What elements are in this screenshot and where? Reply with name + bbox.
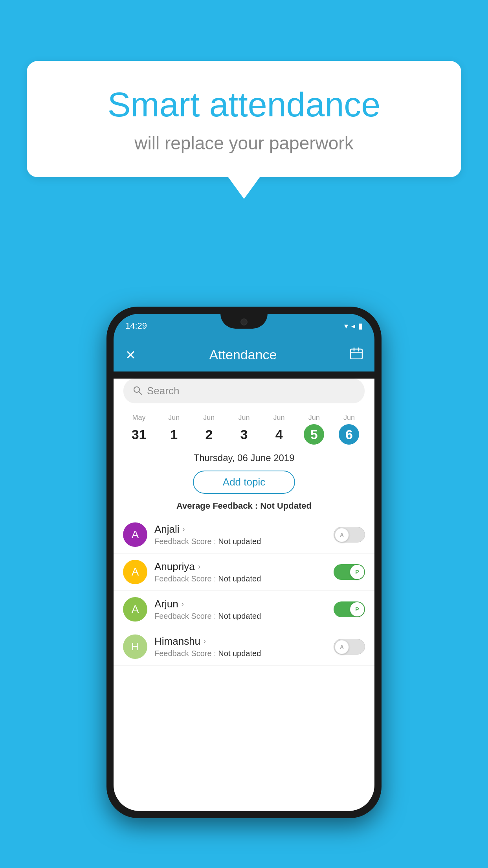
chevron-right-icon: ›	[183, 525, 185, 533]
app-content: Search May31Jun1Jun2Jun3Jun4Jun5Jun6 Thu…	[114, 379, 374, 811]
phone-inner: 14:29 ▾ ◂ ▮ ✕ Attendance	[114, 314, 374, 811]
day-number[interactable]: 1	[164, 424, 184, 445]
student-feedback-score: Feedback Score : Not updated	[154, 649, 327, 658]
selected-date: Thursday, 06 June 2019	[114, 448, 374, 467]
status-time: 14:29	[125, 321, 147, 331]
attendance-toggle[interactable]: P	[334, 564, 365, 580]
search-input-placeholder: Search	[147, 385, 179, 397]
svg-rect-0	[350, 349, 362, 359]
day-number[interactable]: 31	[129, 424, 149, 445]
calendar-day[interactable]: Jun5	[297, 414, 332, 445]
status-bar: 14:29 ▾ ◂ ▮	[114, 314, 374, 338]
header-title: Attendance	[209, 347, 277, 362]
camera-dot	[240, 318, 248, 326]
day-month-label: May	[121, 414, 156, 422]
search-icon	[133, 386, 142, 397]
feedback-score-value: Not updated	[218, 612, 261, 620]
student-name-text: Himanshu	[154, 635, 200, 647]
average-feedback: Average Feedback : Not Updated	[114, 498, 374, 516]
student-info: Himanshu ›Feedback Score : Not updated	[154, 635, 327, 658]
student-feedback-score: Feedback Score : Not updated	[154, 574, 327, 583]
day-number[interactable]: 5	[304, 424, 324, 445]
student-item[interactable]: AArjun ›Feedback Score : Not updatedP	[114, 591, 374, 628]
avatar: A	[123, 560, 147, 584]
feedback-score-value: Not updated	[218, 537, 261, 546]
notch	[220, 314, 268, 329]
day-month-label: Jun	[156, 414, 191, 422]
student-info: Anjali ›Feedback Score : Not updated	[154, 523, 327, 546]
student-list: AAnjali ›Feedback Score : Not updatedAAA…	[114, 516, 374, 666]
day-number[interactable]: 6	[339, 424, 359, 445]
avatar: A	[123, 522, 147, 547]
signal-icon: ◂	[351, 321, 355, 331]
calendar-day[interactable]: Jun3	[226, 414, 261, 445]
calendar-day[interactable]: Jun2	[191, 414, 226, 445]
calendar-day[interactable]: Jun1	[156, 414, 191, 445]
battery-icon: ▮	[358, 321, 363, 331]
day-month-label: Jun	[297, 414, 332, 422]
student-info: Anupriya ›Feedback Score : Not updated	[154, 561, 327, 583]
calendar-row: May31Jun1Jun2Jun3Jun4Jun5Jun6	[114, 410, 374, 448]
student-feedback-score: Feedback Score : Not updated	[154, 612, 327, 621]
day-month-label: Jun	[332, 414, 367, 422]
student-item[interactable]: AAnupriya ›Feedback Score : Not updatedP	[114, 554, 374, 591]
speech-bubble-subtext: will replace your paperwork	[58, 132, 430, 154]
student-name-text: Anupriya	[154, 561, 195, 573]
chevron-right-icon: ›	[204, 637, 206, 645]
day-month-label: Jun	[262, 414, 297, 422]
day-number[interactable]: 2	[199, 424, 219, 445]
close-button[interactable]: ✕	[125, 348, 136, 362]
student-name-text: Arjun	[154, 598, 178, 610]
calendar-day[interactable]: May31	[121, 414, 156, 445]
toggle-knob: P	[350, 565, 364, 579]
avatar: A	[123, 597, 147, 622]
feedback-score-value: Not updated	[218, 649, 261, 658]
speech-bubble-tail	[228, 177, 260, 199]
feedback-score-value: Not updated	[218, 574, 261, 583]
add-topic-button[interactable]: Add topic	[193, 471, 295, 494]
day-number[interactable]: 4	[269, 424, 289, 445]
student-item[interactable]: HHimanshu ›Feedback Score : Not updatedA	[114, 628, 374, 666]
student-feedback-score: Feedback Score : Not updated	[154, 537, 327, 546]
feedback-label-text: Average Feedback :	[176, 501, 260, 511]
attendance-toggle[interactable]: A	[334, 527, 365, 542]
wifi-icon: ▾	[344, 321, 348, 331]
chevron-right-icon: ›	[198, 563, 200, 571]
day-number[interactable]: 3	[234, 424, 254, 445]
app-header: ✕ Attendance	[114, 338, 374, 371]
calendar-day[interactable]: Jun4	[262, 414, 297, 445]
speech-bubble-container: Smart attendance will replace your paper…	[27, 61, 461, 199]
student-item[interactable]: AAnjali ›Feedback Score : Not updatedA	[114, 516, 374, 554]
toggle-knob: A	[335, 528, 349, 542]
avatar: H	[123, 634, 147, 659]
student-info: Arjun ›Feedback Score : Not updated	[154, 598, 327, 621]
day-month-label: Jun	[226, 414, 261, 422]
svg-line-5	[139, 392, 142, 394]
speech-bubble: Smart attendance will replace your paper…	[27, 61, 461, 177]
attendance-toggle[interactable]: A	[334, 639, 365, 655]
calendar-day[interactable]: Jun6	[332, 414, 367, 445]
calendar-icon[interactable]	[350, 348, 363, 362]
phone-container: 14:29 ▾ ◂ ▮ ✕ Attendance	[106, 307, 382, 818]
speech-bubble-heading: Smart attendance	[58, 85, 430, 125]
student-name: Himanshu ›	[154, 635, 327, 647]
toggle-knob: A	[335, 640, 349, 654]
toggle-knob: P	[350, 602, 364, 616]
day-month-label: Jun	[191, 414, 226, 422]
status-icons: ▾ ◂ ▮	[344, 321, 363, 331]
search-bar[interactable]: Search	[123, 379, 365, 403]
student-name: Anjali ›	[154, 523, 327, 535]
phone-outer: 14:29 ▾ ◂ ▮ ✕ Attendance	[106, 307, 382, 818]
student-name-text: Anjali	[154, 523, 180, 535]
feedback-value: Not Updated	[260, 501, 312, 511]
chevron-right-icon: ›	[182, 600, 184, 608]
attendance-toggle[interactable]: P	[334, 601, 365, 617]
student-name: Anupriya ›	[154, 561, 327, 573]
student-name: Arjun ›	[154, 598, 327, 610]
